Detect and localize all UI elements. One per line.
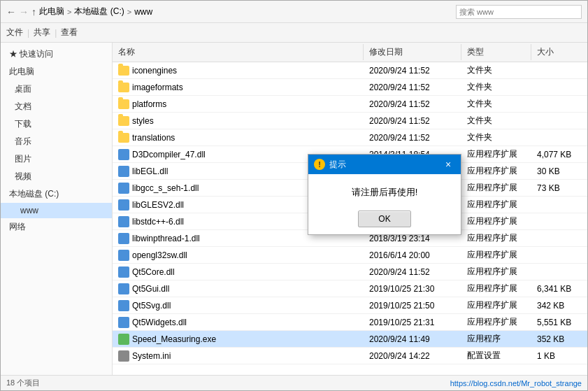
breadcrumb-folder[interactable]: www [134, 7, 152, 17]
nav-item-docs[interactable]: 文档 [1, 98, 112, 115]
file-name-text: libGLESV2.dll [132, 200, 184, 210]
breadcrumb[interactable]: 此电脑 > 本地磁盘 (C:) > www [39, 6, 152, 17]
file-name-text: Qt5Widgets.dll [132, 318, 187, 327]
folder-icon [118, 116, 129, 126]
nav-item-drive-c[interactable]: 本地磁盘 (C:) [1, 185, 112, 203]
file-size-cell [531, 96, 587, 112]
col-name[interactable]: 名称 [113, 44, 364, 60]
status-link[interactable]: https://blog.csdn.net/Mr_robot_strange [450, 379, 582, 388]
dll-icon [118, 300, 129, 311]
dialog-title-label: 提示 [329, 159, 346, 171]
table-row[interactable]: Qt5Svg.dll2019/10/25 21:50应用程序扩展342 KB [113, 297, 587, 314]
dialog-title-area: ! 提示 [314, 159, 346, 171]
nav-item-music[interactable]: 音乐 [1, 133, 112, 150]
nav-item-network[interactable]: 网络 [1, 218, 112, 236]
dll-icon [118, 266, 129, 278]
file-size-cell [531, 247, 587, 263]
main-area: ★ 快速访问 此电脑 桌面 文档 下载 音乐 图片 视频 本地磁盘 (C:) w… [1, 43, 587, 375]
file-name-text: opengl32sw.dll [132, 250, 187, 260]
file-type-cell: 应用程序扩展 [461, 230, 531, 246]
dll-icon [118, 233, 129, 244]
file-modified-cell: 2020/9/24 11:52 [364, 129, 461, 145]
dll-icon [118, 183, 129, 194]
search-input[interactable] [456, 5, 582, 19]
dialog-close-button[interactable]: × [441, 157, 455, 171]
file-type-cell: 应用程序扩展 [461, 264, 531, 280]
file-type-cell: 应用程序 [461, 331, 531, 347]
dialog-info-icon: ! [314, 159, 325, 170]
nav-item-www[interactable]: www [1, 203, 112, 218]
col-size[interactable]: 大小 [531, 44, 587, 60]
table-row[interactable]: iconengines2020/9/24 11:52文件夹 [113, 62, 587, 79]
file-name-text: System.ini [132, 351, 171, 361]
table-row[interactable]: System.ini2020/9/24 14:22配置设置1 KB [113, 348, 587, 364]
file-size-cell [531, 264, 587, 280]
toolbar-sep2: | [55, 28, 57, 38]
col-type[interactable]: 类型 [461, 44, 531, 60]
table-row[interactable]: imageformats2020/9/24 11:52文件夹 [113, 79, 587, 96]
nav-item-quickaccess[interactable]: ★ 快速访问 [1, 45, 112, 63]
forward-icon[interactable]: → [19, 6, 29, 17]
file-name-text: libgcc_s_seh-1.dll [132, 183, 199, 193]
toolbar-view[interactable]: 查看 [61, 27, 78, 38]
file-modified-cell: 2019/10/25 21:50 [364, 297, 461, 313]
file-name-cell: translations [113, 129, 364, 145]
file-type-cell: 应用程序扩展 [461, 297, 531, 313]
column-header: 名称 修改日期 类型 大小 [113, 43, 587, 62]
file-name-text: Qt5Gui.dll [132, 284, 169, 294]
file-type-cell: 应用程序扩展 [461, 213, 531, 229]
table-row[interactable]: platforms2020/9/24 11:52文件夹 [113, 96, 587, 113]
breadcrumb-pc[interactable]: 此电脑 [39, 6, 64, 17]
file-name-cell: platforms [113, 96, 364, 112]
file-size-cell: 352 KB [531, 331, 587, 347]
file-type-cell: 文件夹 [461, 129, 531, 145]
sep2: > [127, 8, 131, 16]
file-name-text: iconengines [132, 66, 177, 76]
table-row[interactable]: translations2020/9/24 11:52文件夹 [113, 129, 587, 146]
dll-icon [118, 199, 129, 211]
folder-icon [118, 99, 129, 109]
file-size-cell: 342 KB [531, 297, 587, 313]
table-row[interactable]: Qt5Widgets.dll2019/10/25 21:31应用程序扩展5,55… [113, 314, 587, 331]
up-icon[interactable]: ↑ [31, 6, 36, 17]
file-size-cell: 30 KB [531, 163, 587, 179]
dialog-ok-button[interactable]: OK [358, 211, 410, 227]
file-name-text: D3Dcompiler_47.dll [132, 150, 206, 159]
file-modified-cell: 2019/10/25 21:31 [364, 314, 461, 330]
file-type-cell: 文件夹 [461, 79, 531, 95]
file-type-cell: 文件夹 [461, 96, 531, 112]
file-size-cell [531, 129, 587, 145]
table-row[interactable]: Qt5Gui.dll2019/10/25 21:30应用程序扩展6,341 KB [113, 280, 587, 297]
nav-item-pictures[interactable]: 图片 [1, 150, 112, 168]
file-name-text: libEGL.dll [132, 166, 168, 176]
toolbar-share[interactable]: 共享 [34, 27, 50, 38]
file-name-text: imageformats [132, 83, 183, 92]
nav-item-downloads[interactable]: 下载 [1, 115, 112, 133]
table-row[interactable]: Qt5Core.dll2020/9/24 11:52应用程序扩展 [113, 264, 587, 280]
exe-icon [118, 334, 129, 345]
status-count: 18 个项目 [6, 378, 40, 388]
file-modified-cell: 2020/9/24 11:49 [364, 331, 461, 347]
table-row[interactable]: styles2020/9/24 11:52文件夹 [113, 113, 587, 129]
table-row[interactable]: opengl32sw.dll2016/6/14 20:00应用程序扩展 [113, 247, 587, 264]
toolbar-label: 文件 [6, 27, 23, 38]
table-row[interactable]: Speed_Measuring.exe2020/9/24 11:49应用程序35… [113, 331, 587, 348]
file-type-cell: 应用程序扩展 [461, 247, 531, 263]
file-size-cell: 4,077 KB [531, 146, 587, 162]
nav-item-desktop[interactable]: 桌面 [1, 80, 112, 98]
file-type-cell: 配置设置 [461, 348, 531, 364]
col-modified[interactable]: 修改日期 [364, 44, 461, 60]
nav-item-videos[interactable]: 视频 [1, 168, 112, 185]
folder-icon [118, 66, 129, 76]
toolbar: 文件 | 共享 | 查看 [1, 23, 587, 43]
dialog-box[interactable]: ! 提示 × 请注册后再使用! OK [308, 154, 461, 235]
sep1: > [67, 8, 71, 16]
status-bar: 18 个项目 https://blog.csdn.net/Mr_robot_st… [1, 375, 587, 390]
back-icon[interactable]: ← [6, 6, 16, 17]
file-size-cell: 6,341 KB [531, 280, 587, 297]
nav-item-thispc[interactable]: 此电脑 [1, 63, 112, 80]
breadcrumb-drive[interactable]: 本地磁盘 (C:) [74, 6, 124, 17]
file-size-cell [531, 230, 587, 246]
file-modified-cell: 2020/9/24 14:22 [364, 348, 461, 364]
file-modified-cell: 2020/9/24 11:52 [364, 113, 461, 129]
